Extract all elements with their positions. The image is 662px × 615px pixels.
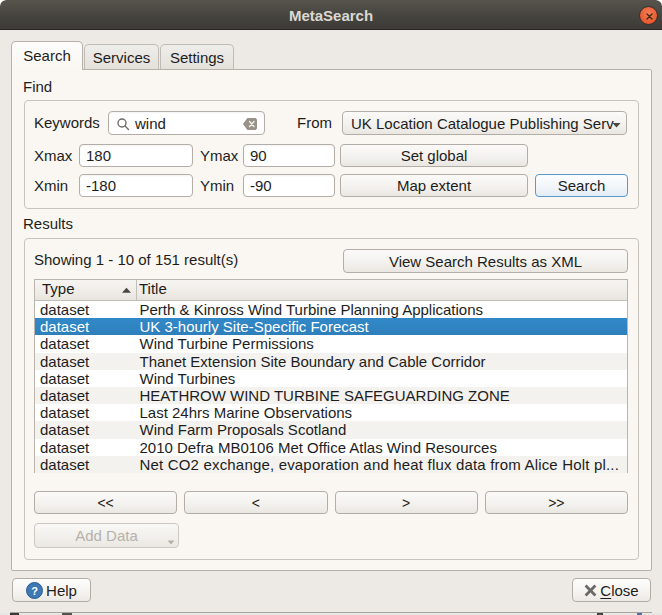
svg-text:?: ? xyxy=(31,584,38,596)
